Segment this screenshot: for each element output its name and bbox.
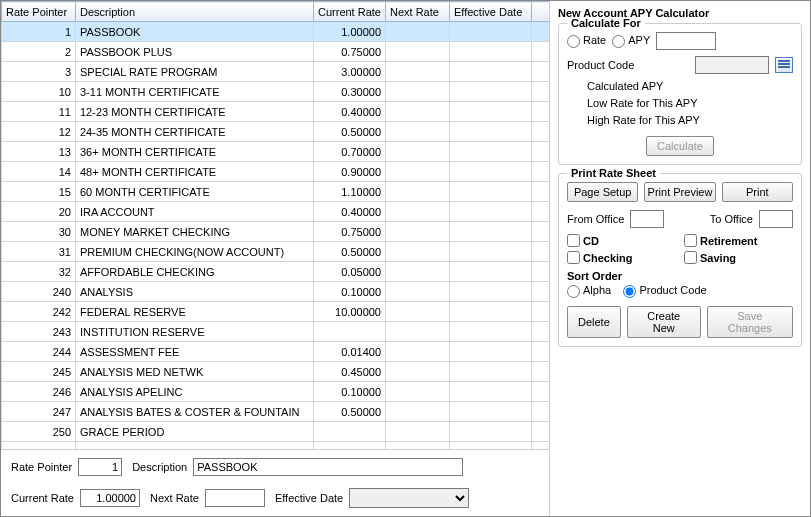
next-rate-label: Next Rate (150, 492, 199, 504)
table-row[interactable]: 1PASSBOOK1.00000 (2, 22, 550, 42)
retirement-checkbox-label[interactable]: Retirement (684, 234, 793, 247)
calculated-apy-label: Calculated APY (587, 80, 793, 92)
table-row[interactable]: 244ASSESSMENT FEE0.01400 (2, 342, 550, 362)
product-code-input (695, 56, 769, 74)
description-label: Description (132, 461, 187, 473)
checking-checkbox[interactable] (567, 251, 580, 264)
cd-checkbox-label[interactable]: CD (567, 234, 676, 247)
svg-rect-0 (778, 60, 790, 62)
saving-checkbox[interactable] (684, 251, 697, 264)
print-preview-button[interactable]: Print Preview (644, 182, 715, 202)
table-row[interactable]: 1224-35 MONTH CERTIFICATE0.50000 (2, 122, 550, 142)
product-code-radio-label[interactable]: Product Code (623, 284, 706, 296)
col-header[interactable]: Effective Date (450, 2, 532, 22)
cd-checkbox[interactable] (567, 234, 580, 247)
table-row[interactable]: 32AFFORDABLE CHECKING0.05000 (2, 262, 550, 282)
to-office-label: To Office (710, 213, 753, 225)
col-header[interactable] (532, 2, 550, 22)
effective-date-select[interactable] (349, 488, 469, 508)
rate-pointer-input[interactable] (78, 458, 122, 476)
alpha-radio-label[interactable]: Alpha (567, 284, 611, 296)
table-row[interactable]: 245ANALYSIS MED NETWK0.45000 (2, 362, 550, 382)
table-row[interactable]: 30MONEY MARKET CHECKING0.75000 (2, 222, 550, 242)
table-row[interactable]: 250GRACE PERIOD (2, 422, 550, 442)
rate-radio[interactable] (567, 35, 580, 48)
effective-date-label: Effective Date (275, 492, 343, 504)
product-code-radio[interactable] (623, 285, 636, 298)
table-row[interactable]: 242FEDERAL RESERVE10.00000 (2, 302, 550, 322)
table-row[interactable]: 247ANALYSIS BATES & COSTER & FOUNTAIN0.5… (2, 402, 550, 422)
table-row[interactable]: 3SPECIAL RATE PROGRAM3.00000 (2, 62, 550, 82)
apy-value-input[interactable] (656, 32, 716, 50)
table-row[interactable]: 1336+ MONTH CERTIFICATE0.70000 (2, 142, 550, 162)
from-office-input[interactable] (630, 210, 664, 228)
table-row[interactable]: 1560 MONTH CERTIFICATE1.10000 (2, 182, 550, 202)
save-changes-button: Save Changes (707, 306, 793, 338)
table-row[interactable]: 103-11 MONTH CERTIFICATE0.30000 (2, 82, 550, 102)
col-header[interactable]: Description (76, 2, 314, 22)
product-lookup-icon[interactable] (775, 57, 793, 73)
product-code-label: Product Code (567, 59, 634, 71)
high-rate-label: High Rate for This APY (587, 114, 793, 126)
saving-checkbox-label[interactable]: Saving (684, 251, 793, 264)
col-header[interactable]: Current Rate (314, 2, 386, 22)
description-input[interactable] (193, 458, 463, 476)
calculate-button: Calculate (646, 136, 714, 156)
svg-rect-2 (778, 66, 790, 68)
svg-rect-1 (778, 63, 790, 65)
col-header[interactable]: Next Rate (386, 2, 450, 22)
table-row[interactable]: 2PASSBOOK PLUS0.75000 (2, 42, 550, 62)
edit-form: Rate Pointer Description Current Rate Ne… (1, 450, 549, 516)
checking-checkbox-label[interactable]: Checking (567, 251, 676, 264)
low-rate-label: Low Rate for This APY (587, 97, 793, 109)
next-rate-input[interactable] (205, 489, 265, 507)
page-setup-button[interactable]: Page Setup (567, 182, 638, 202)
table-row[interactable]: 1448+ MONTH CERTIFICATE0.90000 (2, 162, 550, 182)
calculate-for-title: Calculate For (567, 17, 645, 29)
from-office-label: From Office (567, 213, 624, 225)
table-row[interactable]: 1112-23 MONTH CERTIFICATE0.40000 (2, 102, 550, 122)
create-new-button[interactable]: Create New (627, 306, 701, 338)
apy-radio-label[interactable]: APY (612, 34, 650, 48)
rate-table[interactable]: Rate PointerDescriptionCurrent RateNext … (1, 1, 549, 450)
retirement-checkbox[interactable] (684, 234, 697, 247)
table-row[interactable]: 31PREMIUM CHECKING(NOW ACCOUNT)0.50000 (2, 242, 550, 262)
to-office-input[interactable] (759, 210, 793, 228)
table-row[interactable]: 20IRA ACCOUNT0.40000 (2, 202, 550, 222)
table-row (2, 442, 550, 451)
table-row[interactable]: 243INSTITUTION RESERVE (2, 322, 550, 342)
delete-button[interactable]: Delete (567, 306, 621, 338)
print-rate-sheet-group: Print Rate Sheet Page Setup Print Previe… (558, 173, 802, 347)
table-row[interactable]: 246ANALYSIS APELINC0.10000 (2, 382, 550, 402)
rate-radio-label[interactable]: Rate (567, 34, 606, 48)
print-button[interactable]: Print (722, 182, 793, 202)
sort-order-title: Sort Order (567, 270, 793, 282)
print-panel-title: Print Rate Sheet (567, 167, 660, 179)
current-rate-input[interactable] (80, 489, 140, 507)
rate-pointer-label: Rate Pointer (11, 461, 72, 473)
calculate-for-group: Calculate For Rate APY Product Code Calc… (558, 23, 802, 165)
table-row[interactable]: 240ANALYSIS0.10000 (2, 282, 550, 302)
alpha-radio[interactable] (567, 285, 580, 298)
apy-radio[interactable] (612, 35, 625, 48)
current-rate-label: Current Rate (11, 492, 74, 504)
col-header[interactable]: Rate Pointer (2, 2, 76, 22)
